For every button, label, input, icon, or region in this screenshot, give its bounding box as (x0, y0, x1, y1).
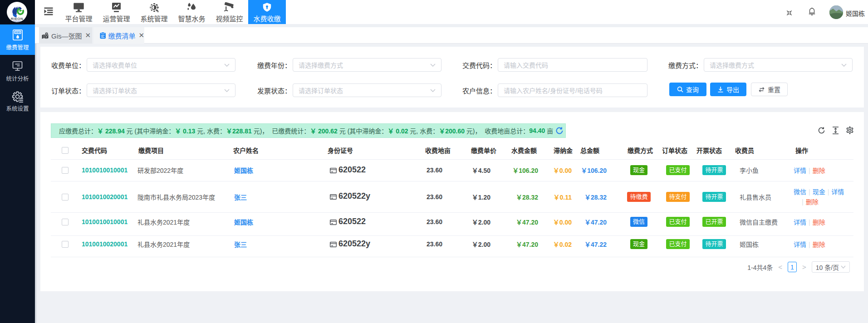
svg-text:瑞控电气: 瑞控电气 (13, 20, 21, 23)
